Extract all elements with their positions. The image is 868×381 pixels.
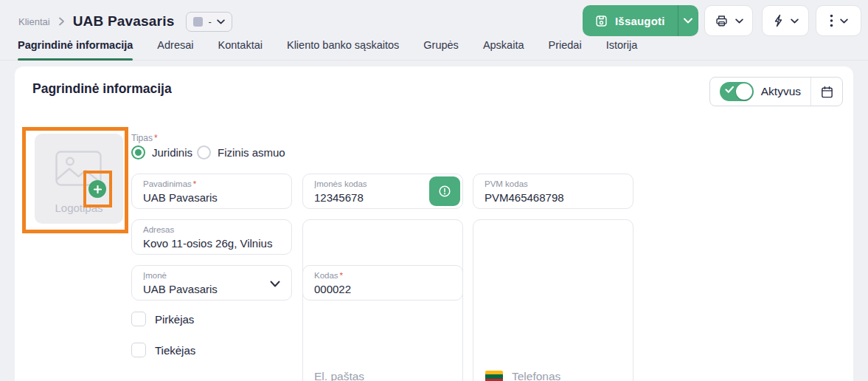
imones-kodas-field[interactable]: Įmonės kodas 12345678 <box>302 174 463 209</box>
save-dropdown-button[interactable] <box>678 5 698 36</box>
save-icon <box>595 15 608 27</box>
toggle-on-icon <box>720 82 754 101</box>
adresas-field[interactable]: Adresas Kovo 11-osios 26g, Vilnius <box>131 219 292 255</box>
lightning-icon <box>772 14 784 27</box>
checkbox-unchecked-icon <box>131 312 146 326</box>
printer-icon <box>715 14 729 28</box>
chevron-down-icon[interactable] <box>270 281 280 287</box>
tab-istorija[interactable]: Istorija <box>606 39 638 60</box>
exclamation-circle-icon <box>438 185 451 198</box>
required-mark: * <box>193 179 196 188</box>
tab-priedai[interactable]: Priedai <box>549 39 582 60</box>
chevron-down-icon <box>684 18 692 24</box>
tab-grupes[interactable]: Grupės <box>423 39 459 60</box>
kodas-value: 000022 <box>314 283 451 295</box>
radio-unselected-icon <box>197 145 211 159</box>
tab-apskaita[interactable]: Apskaita <box>483 39 524 60</box>
imone-select[interactable]: Įmonė UAB Pavasaris <box>131 265 292 301</box>
print-dropdown-button[interactable] <box>704 5 753 36</box>
telefonas-placeholder: Telefonas <box>512 370 560 381</box>
highlight-box-add-logo-button <box>83 171 112 207</box>
radio-juridinis[interactable]: Juridinis <box>131 145 192 159</box>
more-options-button[interactable] <box>816 5 861 36</box>
calendar-icon <box>820 85 834 99</box>
pavadinimas-field[interactable]: Pavadinimas* UAB Pavasaris <box>131 174 292 209</box>
calendar-button[interactable] <box>811 78 842 106</box>
chevron-down-icon <box>217 19 225 24</box>
company-lookup-button[interactable] <box>429 176 460 206</box>
telefonas-field[interactable]: Telefonas <box>473 219 633 381</box>
color-tag-dropdown[interactable]: - <box>186 12 232 32</box>
tab-kontaktai[interactable]: Kontaktai <box>218 39 263 60</box>
pirkejas-checkbox[interactable]: Pirkėjas <box>131 312 194 326</box>
save-button-label: Išsaugoti <box>615 15 665 27</box>
main-panel: Pagrindinė informacija Aktyvus <box>15 66 853 381</box>
required-mark: * <box>340 271 343 280</box>
tab-kliento-banko-saskaitos[interactable]: Kliento banko sąskaitos <box>287 39 399 60</box>
client-edit-page: Klientai UAB Pavasaris - Išsaugoti <box>0 0 868 381</box>
page-title: UAB Pavasaris <box>73 13 175 30</box>
checkmark-icon <box>725 86 735 94</box>
tiekejas-checkbox[interactable]: Tiekėjas <box>131 343 195 357</box>
el-pastas-placeholder: El. paštas <box>314 370 364 381</box>
color-swatch <box>193 17 203 27</box>
radio-fizinis-asmuo[interactable]: Fizinis asmuo <box>197 145 285 159</box>
tab-adresai[interactable]: Adresai <box>157 39 193 60</box>
checkbox-unchecked-icon <box>131 343 146 357</box>
radio-selected-icon <box>131 145 145 159</box>
kebab-menu-icon <box>830 14 833 27</box>
color-tag-value: - <box>208 16 211 27</box>
highlight-box-logo-area <box>22 127 128 233</box>
chevron-down-icon <box>840 18 848 24</box>
pvm-kodas-field[interactable]: PVM kodas PVM465468798 <box>473 174 633 209</box>
tab-pagrindine-informacija[interactable]: Pagrindinė informacija <box>18 39 133 60</box>
section-title: Pagrindinė informacija <box>32 81 172 97</box>
active-toggle-label: Aktyvus <box>761 85 801 98</box>
imone-value: UAB Pavasaris <box>143 283 280 295</box>
active-tab-underline <box>18 58 133 61</box>
adresas-value: Kovo 11-osios 26g, Vilnius <box>143 237 280 250</box>
lithuania-flag-icon[interactable] <box>485 371 503 381</box>
pvm-kodas-value: PVM465468798 <box>485 191 622 204</box>
breadcrumb-clients-link[interactable]: Klientai <box>18 16 50 27</box>
breadcrumb: Klientai UAB Pavasaris - <box>18 10 232 33</box>
kodas-field[interactable]: Kodas* 000022 <box>302 265 463 301</box>
tab-bar: Pagrindinė informacija Adresai Kontaktai… <box>0 35 868 61</box>
chevron-right-icon <box>58 17 66 26</box>
tipas-label: Tipas* <box>131 133 158 143</box>
active-status-group: Aktyvus <box>709 77 843 106</box>
chevron-down-icon <box>735 18 743 24</box>
actions-dropdown-button[interactable] <box>762 5 809 36</box>
active-toggle[interactable]: Aktyvus <box>710 78 810 106</box>
required-mark: * <box>154 133 158 143</box>
save-button[interactable]: Išsaugoti <box>583 5 698 36</box>
chevron-down-icon <box>791 18 799 24</box>
pavadinimas-value: UAB Pavasaris <box>143 191 280 204</box>
